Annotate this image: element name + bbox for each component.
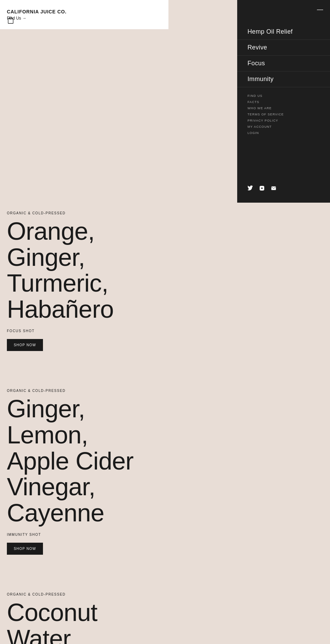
nav-item-focus[interactable]: Focus (237, 56, 330, 71)
svg-point-2 (261, 187, 263, 189)
svg-rect-0 (8, 19, 13, 24)
nav-find-us[interactable]: FIND US (248, 94, 320, 98)
brand-name: CALIFORNIA JUICE CO. (7, 9, 162, 14)
social-icons (248, 185, 276, 192)
shop-now-button-focus[interactable]: SHOP NOW (7, 339, 43, 351)
header: CALIFORNIA JUICE CO. Find Us → (0, 0, 168, 29)
shop-now-button-immunity[interactable]: SHOP NOW (7, 543, 43, 555)
product-focus-shot: ORGANIC & COLD-PRESSED Orange,Ginger,Tur… (0, 201, 330, 379)
nav-login[interactable]: LOGIN (248, 131, 320, 135)
nav-who-we-are[interactable]: WHO WE ARE (248, 106, 320, 110)
organic-label-1: ORGANIC & COLD-PRESSED (7, 211, 323, 215)
product-third: ORGANIC & COLD-PRESSED CoconutWater, (0, 582, 330, 644)
nav-item-immunity[interactable]: Immunity (237, 71, 330, 87)
instagram-icon[interactable] (259, 185, 265, 192)
shot-label-immunity: IMMUNITY SHOT (7, 533, 323, 536)
nav-terms-of-service[interactable]: TERMS OF SERVICE (248, 113, 320, 116)
ingredients-third: CoconutWater, (7, 600, 323, 644)
nav-privacy-policy[interactable]: PRIVACY POLICY (248, 119, 320, 122)
nav-menu: Hemp Oil Relief Revive Focus Immunity (237, 24, 330, 87)
cart-icon (7, 17, 14, 24)
product-immunity-shot: ORGANIC & COLD-PRESSED Ginger,Lemon,Appl… (0, 379, 330, 582)
nav-facts[interactable]: FACTS (248, 100, 320, 104)
twitter-icon[interactable] (248, 185, 253, 192)
shot-label-focus: FOCUS SHOT (7, 329, 323, 333)
instagram-svg (259, 185, 265, 191)
nav-my-account[interactable]: MY ACCOUNT (248, 125, 320, 128)
cart-button[interactable] (7, 17, 14, 26)
organic-label-2: ORGANIC & COLD-PRESSED (7, 389, 323, 393)
ingredients-focus: Orange,Ginger,Turmeric,Habañero (7, 218, 323, 322)
nav-secondary-links: FIND US FACTS WHO WE ARE TERMS OF SERVIC… (237, 94, 330, 135)
twitter-svg (248, 185, 253, 191)
find-us-link[interactable]: Find Us → (7, 16, 162, 21)
svg-point-3 (263, 187, 263, 187)
ingredients-immunity: Ginger,Lemon,Apple CiderVinegar,Cayenne (7, 396, 323, 526)
nav-item-revive[interactable]: Revive (237, 40, 330, 56)
close-button[interactable]: — (317, 6, 323, 12)
mail-icon[interactable] (271, 185, 276, 192)
mail-svg (271, 185, 276, 191)
nav-item-hemp-oil-relief[interactable]: Hemp Oil Relief (237, 24, 330, 40)
nav-overlay: — Hemp Oil Relief Revive Focus Immunity … (237, 0, 330, 203)
organic-label-3: ORGANIC & COLD-PRESSED (7, 592, 323, 596)
